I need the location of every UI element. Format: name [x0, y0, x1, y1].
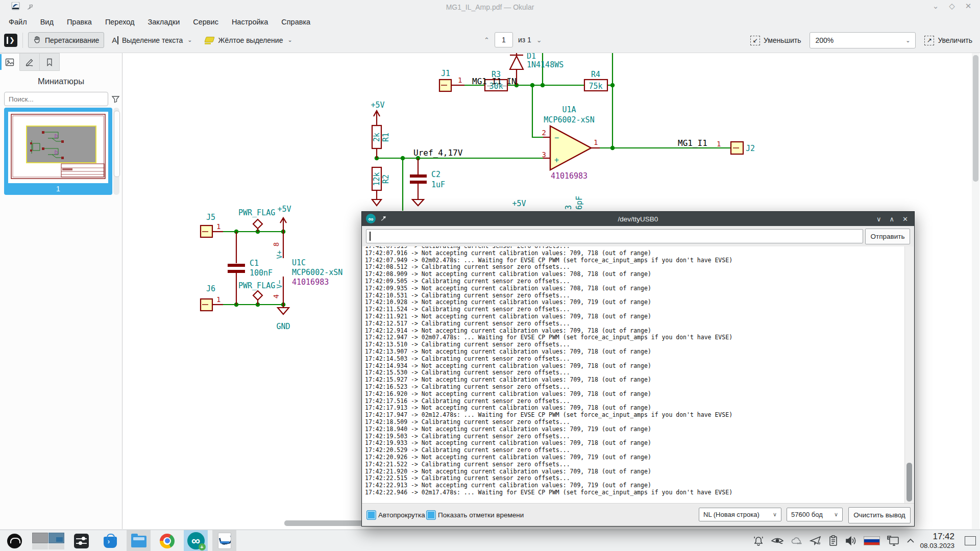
serial-monitor-window: ∞ /dev/ttyUSB0 ∨ ∧ ✕ Отправить 17:42:07.…: [361, 211, 915, 527]
sidebar-scrollbar[interactable]: [113, 108, 119, 195]
menu-go[interactable]: Переход: [99, 16, 141, 28]
serial-bottom-bar: Автопрокрутка Показать отметки времени N…: [362, 503, 914, 526]
telegram-plane-icon[interactable]: [810, 535, 822, 546]
serial-log-line: 17:42:16.920 -> Not accepting current ca…: [365, 391, 905, 398]
next-page-icon[interactable]: ⌄: [536, 36, 542, 44]
okular-task[interactable]: [212, 530, 236, 551]
zoom-level-select[interactable]: 200% ⌄: [810, 32, 916, 48]
screen-share-icon[interactable]: [887, 535, 900, 546]
serial-log-line: 17:42:14.934 -> Not accepting current ca…: [365, 363, 905, 370]
drag-tool-button[interactable]: Перетаскивание: [28, 32, 104, 48]
application-launcher-button[interactable]: [3, 530, 27, 551]
serial-log-line: 17:42:10.531 -> Calibrating current sens…: [365, 292, 905, 299]
serial-log-line: 17:42:22.913 -> Not accepting current ca…: [365, 482, 905, 489]
serial-scrollbar[interactable]: [904, 246, 914, 504]
digital-clock[interactable]: 17:42 08.03.2023: [920, 532, 954, 549]
unmaximize-icon[interactable]: ∨: [876, 215, 881, 223]
menu-view[interactable]: Вид: [34, 16, 60, 28]
arduino-ide-task[interactable]: ∞+: [184, 530, 208, 551]
serial-log-line: 17:42:07.916 -> Not accepting current ca…: [365, 250, 905, 257]
sliders-icon: [74, 534, 89, 548]
serial-input-row: Отправить: [362, 226, 914, 246]
text-select-icon: A: [112, 36, 118, 44]
drag-tool-label: Перетаскивание: [45, 36, 99, 44]
u1a-minus: −: [554, 133, 559, 142]
previous-page-icon[interactable]: ⌃: [484, 36, 489, 44]
serial-log-line: 17:42:20.926 -> Not accepting current ca…: [365, 454, 905, 461]
zoom-out-button[interactable]: ↙ Уменьшить: [746, 33, 805, 48]
menu-settings[interactable]: Настройка: [225, 16, 275, 28]
serial-log-line: 17:42:12.947 -> 02m07.478s: ... Waiting …: [365, 334, 905, 341]
taskbar: ∞+: [0, 530, 980, 551]
thumbnail-search-input[interactable]: [4, 92, 108, 106]
baud-rate-select[interactable]: 57600 бод ∨: [787, 508, 843, 521]
clipboard-icon[interactable]: [828, 535, 838, 546]
r2-ref: R2: [381, 174, 390, 184]
serial-log-line: 17:42:20.529 -> Calibrating current sens…: [365, 447, 905, 454]
volume-icon[interactable]: [845, 535, 857, 546]
u1a-pin3: 3: [542, 151, 546, 159]
notifications-bell-icon[interactable]: [753, 535, 764, 546]
file-manager-task[interactable]: [127, 530, 151, 551]
okular-titlebar[interactable]: MG1_IL_Amp.pdf — Okular ⌄ ◇ ✕: [0, 0, 980, 14]
page-thumbnail[interactable]: 1: [4, 108, 112, 195]
close-icon[interactable]: ✕: [902, 215, 908, 223]
tab-annotations[interactable]: [20, 53, 40, 71]
serial-title: /dev/ttyUSB0: [362, 215, 914, 223]
baud-rate-value: 57600 бод: [791, 511, 823, 518]
u1a-plus: +: [554, 156, 559, 165]
serial-titlebar[interactable]: ∞ /dev/ttyUSB0 ∨ ∧ ✕: [362, 212, 914, 226]
eye-icon[interactable]: [771, 536, 784, 546]
discover-launcher[interactable]: [98, 530, 122, 551]
serial-log-line: 17:42:17.516 -> Calibrating current sens…: [365, 398, 905, 405]
text-select-button[interactable]: A Выделение текста ⌄: [107, 33, 197, 47]
menu-tools[interactable]: Сервис: [186, 16, 225, 28]
r1-ref: R1: [381, 133, 390, 142]
autoscroll-checkbox[interactable]: [366, 510, 376, 520]
close-icon[interactable]: ✕: [964, 2, 973, 11]
menu-help[interactable]: Справка: [275, 16, 317, 28]
menu-edit[interactable]: Правка: [60, 16, 99, 28]
d1-ref: D1: [527, 53, 536, 61]
panel-title: Миниатюры: [0, 77, 122, 86]
menu-bookmarks[interactable]: Закладки: [141, 16, 186, 28]
timestamps-label: Показать отметки времени: [438, 511, 524, 519]
zoom-in-button[interactable]: ↗ Увеличить: [920, 33, 977, 48]
send-button[interactable]: Отправить: [865, 229, 910, 244]
maximize-icon[interactable]: ∧: [890, 215, 895, 223]
virtual-desktop-pager[interactable]: [31, 530, 65, 551]
sidebar-toggle-button[interactable]: ❯: [4, 34, 17, 47]
keyboard-layout-flag-ru[interactable]: [864, 536, 880, 545]
serial-log-line: 17:42:08.909 -> Not accepting current ca…: [365, 271, 905, 278]
u1a-ref: U1A: [562, 105, 576, 114]
menu-file[interactable]: Файл: [2, 16, 34, 28]
desktop: MG1_IL_Amp.pdf — Okular ⌄ ◇ ✕ Файл Вид П…: [0, 0, 980, 551]
serial-message-input[interactable]: [366, 229, 863, 243]
opensuse-icon: [7, 534, 22, 548]
highlight-tool-button[interactable]: Жёлтое выделение ⌄: [200, 34, 297, 47]
expand-tray-icon[interactable]: [906, 538, 915, 543]
vertical-scrollbar[interactable]: [972, 53, 979, 529]
text-caret: [370, 232, 371, 241]
serial-log-line: 17:42:07.949 -> 02m02.478s: ... Waiting …: [365, 257, 905, 264]
serial-log[interactable]: 17:42:07.519 -> Calibrating current sens…: [362, 246, 905, 504]
page-number-input[interactable]: 1: [495, 32, 513, 47]
filter-icon[interactable]: [111, 95, 120, 104]
gnd-label: GND: [276, 322, 290, 331]
cloud-icon[interactable]: [791, 536, 803, 545]
clear-output-button[interactable]: Очистить вывод: [848, 507, 911, 523]
thumbnail-page-number: 1: [4, 185, 112, 193]
maximize-icon[interactable]: ◇: [947, 2, 957, 11]
settings-launcher[interactable]: [69, 530, 93, 551]
show-desktop-button[interactable]: [965, 536, 976, 545]
chevron-down-icon: ⌄: [187, 37, 192, 43]
timestamps-checkbox[interactable]: [426, 510, 436, 520]
j5-ref: J5: [206, 213, 215, 222]
minimize-icon[interactable]: ⌄: [931, 2, 940, 11]
serial-log-line: 17:42:11.524 -> Calibrating current sens…: [365, 306, 905, 313]
c3-ref-partial: 3: [564, 205, 573, 210]
chrome-launcher[interactable]: [155, 530, 179, 551]
tab-thumbnails[interactable]: [0, 53, 20, 71]
line-ending-select[interactable]: NL (Новая строка) ∨: [699, 508, 781, 521]
tab-bookmarks[interactable]: [40, 53, 60, 71]
